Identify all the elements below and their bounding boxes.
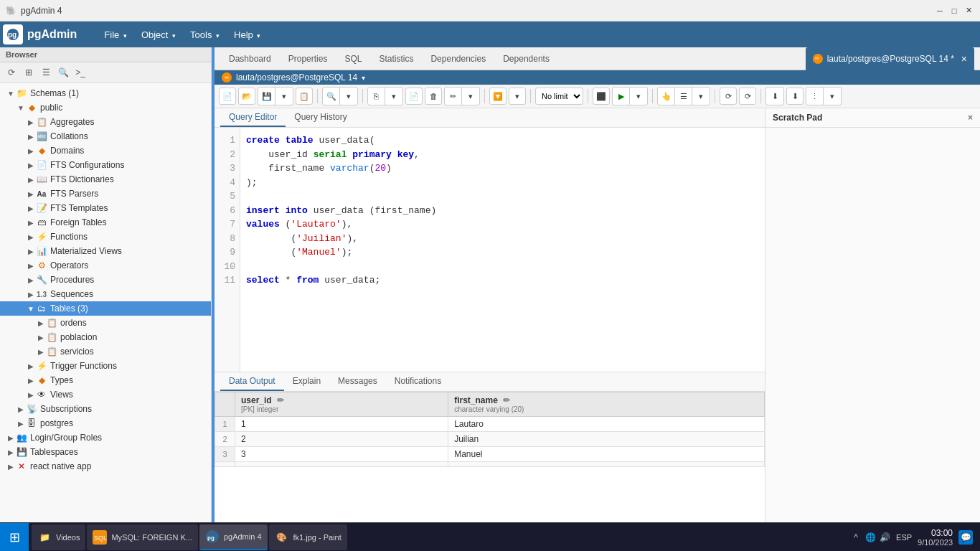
btn-run-dropdown[interactable]: ▾ [630,88,647,105]
toggle-react-native[interactable]: ▶ [6,461,16,471]
tree-item-aggregates[interactable]: ▶ 📋 Aggregates [0,115,211,129]
toggle-tablespaces[interactable]: ▶ [6,447,16,457]
tree-item-types[interactable]: ▶ ◆ Types [0,373,211,387]
btn-copy[interactable]: ⎘ [368,88,385,105]
tree-item-views[interactable]: ▶ 👁 Views [0,387,211,402]
clock[interactable]: 03:00 9/10/2023 [918,528,953,547]
toggle-types[interactable]: ▶ [26,375,36,385]
tab-query-editor[interactable]: Query Editor [220,108,286,127]
code-editor[interactable]: 12345 67891011 create table user_data( u… [215,128,765,372]
btn-open[interactable]: 📂 [238,88,255,105]
toggle-functions[interactable]: ▶ [26,232,36,242]
taskbar-videos[interactable]: 📁 Videos [32,524,85,550]
btn-copy-dropdown[interactable]: ▾ [385,88,402,105]
taskbar-pgadmin[interactable]: pg pgAdmin 4 [199,524,268,550]
btn-view-dropdown[interactable]: ▾ [692,88,710,105]
toggle-postgres[interactable]: ▶ [16,418,26,428]
tree-item-domains[interactable]: ▶ ◆ Domains [0,143,211,158]
btn-delete[interactable]: 🗑 [425,88,442,105]
btn-commit[interactable]: ⬇ [766,88,783,105]
tab-sql[interactable]: SQL [336,51,370,67]
tree-item-operators[interactable]: ▶ ⚙ Operators [0,258,211,273]
toggle-procedures[interactable]: ▶ [26,275,36,285]
tab-notifications[interactable]: Notifications [386,372,450,391]
btn-refresh2[interactable]: ⟳ [739,88,756,105]
menu-file[interactable]: File ▾ [97,27,134,43]
col-user-id-header[interactable]: user_id ✏ [PK] integer [235,392,448,417]
btn-find[interactable]: 🔍 [323,88,340,105]
btn-paste[interactable]: 📄 [405,88,423,105]
tree-item-procedures[interactable]: ▶ 🔧 Procedures [0,273,211,287]
toggle-servicios[interactable]: ▶ [36,347,46,357]
tree-item-tables[interactable]: ▼ 🗂 Tables (3) [0,301,211,316]
menu-help[interactable]: Help ▾ [227,27,268,43]
btn-find-dropdown[interactable]: ▾ [340,88,357,105]
toggle-collations[interactable]: ▶ [26,131,36,141]
tree-item-schemas[interactable]: ▼ 📁 Schemas (1) [0,86,211,100]
taskbar-paint[interactable]: 🎨 fk1.jpg - Paint [269,524,347,550]
btn-download[interactable]: ⬇ [786,88,804,105]
tree-item-react-native[interactable]: ▶ ✕ react native app [0,459,211,474]
tree-item-collations[interactable]: ▶ 🔤 Collations [0,129,211,143]
tray-network[interactable]: 🌐 [864,532,876,543]
tab-statistics[interactable]: Statistics [370,51,422,67]
menu-object[interactable]: Object ▾ [134,27,183,43]
toggle-operators[interactable]: ▶ [26,260,36,270]
tree-item-fts-dict[interactable]: ▶ 📖 FTS Dictionaries [0,172,211,187]
tree-item-sequences[interactable]: ▶ 1.3 Sequences [0,287,211,301]
col-first-name-header[interactable]: first_name ✏ character varying (20) [448,392,765,417]
btn-save-dropdown[interactable]: ▾ [275,88,293,105]
active-query-tab[interactable]: ✏ lauta/postgres@PostgreSQL 14 * × [806,47,974,70]
sidebar-btn-search[interactable]: 🔍 [55,65,71,80]
tree-item-subscriptions[interactable]: ▶ 📡 Subscriptions [0,402,211,416]
tree-item-login-roles[interactable]: ▶ 👥 Login/Group Roles [0,430,211,445]
toggle-schemas[interactable]: ▼ [6,88,16,98]
btn-filter[interactable]: 🔽 [489,88,507,105]
maximize-button[interactable]: □ [948,5,960,17]
sidebar-btn-refresh[interactable]: ⟳ [4,65,19,80]
scratch-pad-content[interactable] [765,128,980,551]
btn-new[interactable]: 📄 [219,88,236,105]
toggle-fts-parsers[interactable]: ▶ [26,189,36,199]
tree-item-mat-views[interactable]: ▶ 📊 Materialized Views [0,244,211,258]
btn-more[interactable]: ⋮ [806,88,824,105]
btn-save[interactable]: 💾 [258,88,275,105]
tree-item-functions[interactable]: ▶ ⚡ Functions [0,230,211,244]
btn-refresh[interactable]: ⟳ [720,88,737,105]
sidebar-btn-list[interactable]: ☰ [38,65,54,80]
tab-dashboard[interactable]: Dashboard [220,51,280,67]
btn-edit-dropdown[interactable]: ▾ [462,88,479,105]
toggle-public[interactable]: ▼ [16,103,26,113]
active-tab-close[interactable]: × [961,53,967,65]
conn-chevron[interactable]: ▾ [362,74,365,82]
toggle-sequences[interactable]: ▶ [26,289,36,299]
tab-data-output[interactable]: Data Output [220,372,284,391]
tree-item-tablespaces[interactable]: ▶ 💾 Tablespaces [0,445,211,459]
tray-volume[interactable]: 🔊 [879,532,890,543]
btn-stop[interactable]: ⬛ [593,88,610,105]
btn-view[interactable]: 👆 [658,88,675,105]
tree-item-fts-config[interactable]: ▶ 📄 FTS Configurations [0,158,211,172]
tree-item-poblacion[interactable]: ▶ 📋 poblacion [0,330,211,344]
toggle-aggregates[interactable]: ▶ [26,117,36,127]
tree-item-trigger-functions[interactable]: ▶ ⚡ Trigger Functions [0,359,211,373]
toggle-subscriptions[interactable]: ▶ [16,404,26,414]
toggle-views[interactable]: ▶ [26,390,36,400]
tree-item-fts-parsers[interactable]: ▶ Aa FTS Parsers [0,187,211,201]
minimize-button[interactable]: ─ [934,5,946,17]
menu-tools[interactable]: Tools ▾ [183,27,227,43]
tree-item-public[interactable]: ▼ ◆ public [0,100,211,115]
tab-dependencies[interactable]: Dependencies [422,51,494,67]
tray-chevron[interactable]: ^ [850,532,862,543]
toggle-fts-config[interactable]: ▶ [26,160,36,170]
tree-item-ordens[interactable]: ▶ 📋 ordens [0,316,211,330]
btn-edit[interactable]: ✏ [445,88,462,105]
btn-list-view[interactable]: ☰ [675,88,692,105]
tab-properties[interactable]: Properties [280,51,336,67]
limit-select[interactable]: No limit 100 500 [535,88,583,105]
tree-item-servicios[interactable]: ▶ 📋 servicios [0,344,211,359]
tab-dependents[interactable]: Dependents [494,51,558,67]
close-button[interactable]: ✕ [963,5,974,17]
toggle-trigger-functions[interactable]: ▶ [26,361,36,371]
toggle-domains[interactable]: ▶ [26,146,36,156]
